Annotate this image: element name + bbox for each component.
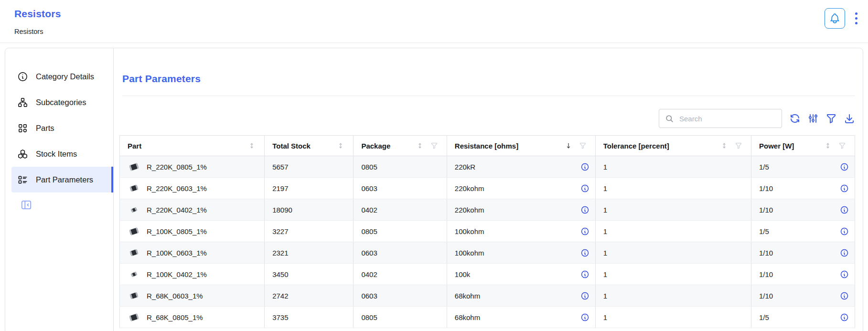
sort-both-icon[interactable] <box>416 142 424 149</box>
info-icon[interactable] <box>840 313 849 322</box>
cell-power: 1/10 <box>751 242 855 264</box>
column-header-package[interactable]: Package <box>354 136 447 156</box>
packages-icon <box>17 149 28 160</box>
sort-both-icon[interactable] <box>720 142 728 149</box>
info-icon[interactable] <box>580 227 589 236</box>
search-input[interactable] <box>678 114 776 123</box>
power-value: 1/10 <box>759 206 773 214</box>
refresh-icon <box>789 113 801 124</box>
table-row[interactable]: R_220K_0402_1%180900402220kohm11/10 <box>120 199 855 221</box>
cell-power: 1/10 <box>751 285 855 307</box>
info-icon[interactable] <box>840 270 849 279</box>
cell-total_stock: 5657 <box>265 156 354 178</box>
category-panel: Category DetailsSubcategoriesPartsStock … <box>5 48 863 331</box>
table-row[interactable]: R_100K_0805_1%32270805100kohm11/5 <box>120 221 855 242</box>
sidebar-item-subcategories[interactable]: Subcategories <box>11 89 113 115</box>
resistance-value: 68kohm <box>455 313 480 321</box>
part-thumbnail <box>128 164 140 170</box>
package-value: 0603 <box>361 249 377 257</box>
column-filter-icon[interactable] <box>838 142 846 149</box>
bell-icon <box>829 12 841 24</box>
power-value: 1/10 <box>759 184 773 192</box>
column-header-resistance[interactable]: Resistance [ohms] <box>447 136 595 156</box>
cell-package: 0402 <box>354 264 447 285</box>
filter-button[interactable] <box>825 113 837 124</box>
download-button[interactable] <box>844 113 855 124</box>
info-icon[interactable] <box>580 291 589 300</box>
column-filter-icon[interactable] <box>430 142 438 149</box>
package-value: 0402 <box>361 206 377 214</box>
cell-power: 1/10 <box>751 178 855 199</box>
resistor-chip-image <box>129 292 138 299</box>
sort-both-icon[interactable] <box>337 142 344 149</box>
info-icon[interactable] <box>580 184 589 193</box>
table-row[interactable]: R_68K_0805_1%3735080568kohm11/5 <box>120 307 855 328</box>
cell-total_stock: 3227 <box>265 221 354 242</box>
sidebar-collapse-button[interactable] <box>20 199 32 211</box>
sidebar-item-parts[interactable]: Parts <box>11 115 113 141</box>
sidebar-item-stock-items[interactable]: Stock Items <box>11 141 113 167</box>
info-icon[interactable] <box>840 184 849 193</box>
column-header-total_stock[interactable]: Total Stock <box>265 136 354 156</box>
info-icon[interactable] <box>580 313 589 322</box>
part-thumbnail <box>128 186 140 191</box>
table-row[interactable]: R_68K_0603_1%2742060368kohm11/10 <box>120 285 855 307</box>
cell-part: R_100K_0805_1% <box>120 221 265 242</box>
power-value: 1/5 <box>759 163 769 171</box>
info-icon[interactable] <box>840 227 849 236</box>
notifications-button[interactable] <box>825 8 845 29</box>
sidebar-collapse-icon <box>20 199 32 211</box>
part-name: R_100K_0805_1% <box>147 227 207 235</box>
part-parameters-table: PartTotal StockPackageResistance [ohms]T… <box>119 135 855 328</box>
info-icon[interactable] <box>840 205 849 214</box>
column-label: Package <box>361 142 416 150</box>
info-icon[interactable] <box>840 291 849 300</box>
column-filter-icon[interactable] <box>735 142 742 149</box>
download-icon <box>844 113 855 124</box>
cell-part: R_68K_0805_1% <box>120 307 265 328</box>
package-value: 0603 <box>361 184 377 192</box>
column-filter-icon[interactable] <box>579 142 587 149</box>
resistance-value: 100kohm <box>455 227 484 235</box>
cell-total_stock: 18090 <box>265 199 354 221</box>
table-row[interactable]: R_220K_0805_1%56570805220kR11/5 <box>120 156 855 178</box>
power-value: 1/10 <box>759 249 773 257</box>
refresh-button[interactable] <box>789 113 801 124</box>
info-icon[interactable] <box>840 248 849 257</box>
adjustments-button[interactable] <box>807 113 819 124</box>
cell-resistance: 68kohm <box>447 285 595 307</box>
table-row[interactable]: R_100K_0603_1%23210603100kohm11/10 <box>120 242 855 264</box>
part-name: R_100K_0402_1% <box>147 270 207 278</box>
info-icon[interactable] <box>580 205 589 214</box>
column-header-tolerance[interactable]: Tolerance [percent] <box>595 136 751 156</box>
column-header-power[interactable]: Power [W] <box>751 136 855 156</box>
resistor-chip-image <box>129 313 139 321</box>
cell-power: 1/5 <box>751 156 855 178</box>
info-icon[interactable] <box>840 162 849 171</box>
cell-package: 0603 <box>354 285 447 307</box>
tolerance-value: 1 <box>603 227 607 235</box>
cell-package: 0603 <box>354 178 447 199</box>
breadcrumb[interactable]: Resistors <box>14 28 43 35</box>
sort-desc-icon[interactable] <box>565 142 572 149</box>
cell-package: 0805 <box>354 307 447 328</box>
info-icon[interactable] <box>580 270 589 279</box>
sidebar-item-part-parameters[interactable]: Part Parameters <box>11 167 113 192</box>
column-header-part[interactable]: Part <box>120 136 265 156</box>
cell-power: 1/10 <box>751 199 855 221</box>
dots-vertical-icon[interactable] <box>852 11 860 26</box>
info-icon[interactable] <box>580 162 589 171</box>
list-details-icon <box>17 174 28 185</box>
resistor-chip-image <box>131 207 137 213</box>
info-icon[interactable] <box>580 248 589 257</box>
table-row[interactable]: R_100K_0402_1%34500402100k11/10 <box>120 264 855 285</box>
sort-both-icon[interactable] <box>248 142 256 149</box>
sidebar-item-label: Category Details <box>36 72 94 81</box>
page-header: Resistors Resistors <box>0 0 868 43</box>
table-row[interactable]: R_220K_0603_1%21970603220kohm11/10 <box>120 178 855 199</box>
column-label: Resistance [ohms] <box>455 142 565 150</box>
sidebar-item-category-details[interactable]: Category Details <box>11 64 113 89</box>
package-value: 0402 <box>361 270 377 278</box>
sort-both-icon[interactable] <box>824 142 832 149</box>
tolerance-value: 1 <box>603 270 607 278</box>
